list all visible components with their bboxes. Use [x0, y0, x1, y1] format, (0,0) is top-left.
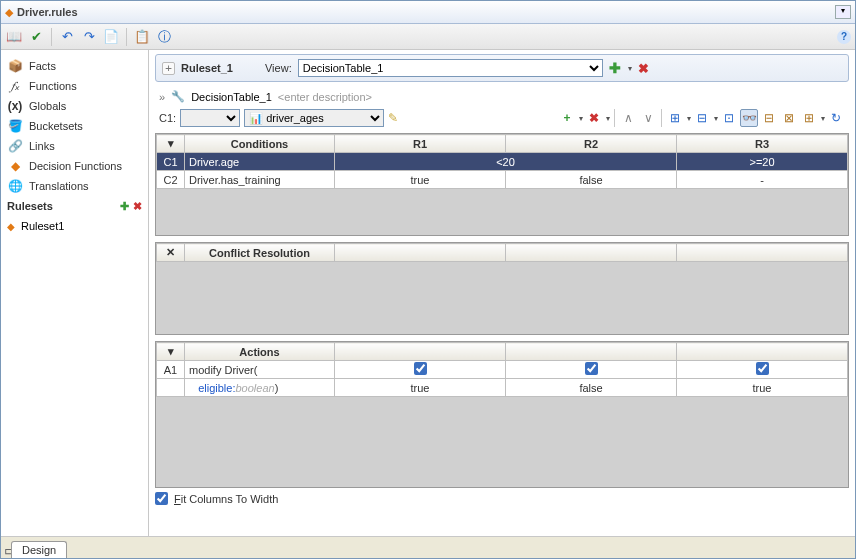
bucketsets-icon: 🪣 [7, 118, 23, 134]
condition-row-c1[interactable]: C1 Driver.age <20 >=20 [157, 153, 848, 171]
add-view-button[interactable]: ✚ [609, 60, 621, 76]
cond-name[interactable]: Driver.has_training [185, 171, 335, 189]
action-param-row[interactable]: eligible:boolean) true false true [157, 379, 848, 397]
col-r2[interactable]: R2 [506, 135, 677, 153]
cond-val[interactable]: >=20 [677, 153, 848, 171]
top-toolbar: 📖 ✔ ↶ ↷ 📄 📋 ⓘ ? [1, 24, 855, 50]
conflict-button[interactable]: ⊠ [780, 109, 798, 127]
add-ruleset-button[interactable]: ✚ [120, 200, 129, 213]
delete-ruleset-button[interactable]: ✖ [133, 200, 142, 213]
menu-header[interactable]: ▾ [157, 135, 185, 153]
param-cell[interactable]: eligible:boolean) [185, 379, 335, 397]
param-val[interactable]: true [677, 379, 848, 397]
expand-button[interactable]: + [162, 62, 175, 75]
view-select[interactable]: DecisionTable_1 [298, 59, 603, 77]
tab-gutter: ⊏ [3, 545, 11, 558]
overlap-button[interactable]: ⊟ [693, 109, 711, 127]
ruleset-bar: + Ruleset_1 View: DecisionTable_1 ✚▾ ✖ [155, 54, 849, 82]
conditions-header: Conditions [185, 135, 335, 153]
fit-columns-checkbox[interactable] [155, 492, 168, 505]
ruleset-item[interactable]: ◆ Ruleset1 [1, 216, 148, 236]
ruleset-icon: ◆ [7, 221, 15, 232]
actions-table: ▾ Actions A1 modify Driver( [155, 341, 849, 488]
glasses-icon[interactable]: 👓 [740, 109, 758, 127]
wrench-icon[interactable]: 🔧 [171, 90, 185, 103]
col-r1[interactable]: R1 [335, 135, 506, 153]
nav-item-links[interactable]: 🔗 Links [1, 136, 148, 156]
conflict-table: ✕ Conflict Resolution [155, 242, 849, 335]
action-check-r3[interactable] [677, 361, 848, 379]
cond-val[interactable]: true [335, 171, 506, 189]
main-area: + Ruleset_1 View: DecisionTable_1 ✚▾ ✖ »… [149, 50, 855, 536]
dt-toolbar: +▾ ✖▾ ∧ ∨ ⊞▾ ⊟▾ ⊡ 👓 ⊟ ⊠ ⊞▾ ↻ [558, 109, 845, 127]
nav-item-bucketsets[interactable]: 🪣 Bucketsets [1, 116, 148, 136]
edit-icon[interactable]: ✎ [388, 111, 398, 125]
cond-name[interactable]: Driver.age [185, 153, 335, 171]
nav-item-decision-functions[interactable]: ◆ Decision Functions [1, 156, 148, 176]
minimize-button[interactable]: ▾ [835, 5, 851, 19]
links-icon: 🔗 [7, 138, 23, 154]
c1-label: C1: [159, 112, 176, 124]
design-tab[interactable]: Design [11, 541, 67, 558]
dictionary-icon[interactable]: 📖 [5, 28, 23, 46]
info-icon[interactable]: ⓘ [155, 28, 173, 46]
conflict-header-row: ✕ Conflict Resolution [157, 244, 848, 262]
bucketset-select[interactable]: 📊 driver_ages [244, 109, 384, 127]
delete-button[interactable]: ✖ [585, 109, 603, 127]
move-up-button[interactable]: ∧ [619, 109, 637, 127]
collapse-button[interactable]: » [159, 91, 165, 103]
dt-header: » 🔧 DecisionTable_1 <enter description> [155, 88, 849, 105]
nav-item-globals[interactable]: (x) Globals [1, 96, 148, 116]
nav-item-functions[interactable]: 𝑓ₓ Functions [1, 76, 148, 96]
cond-id: C2 [157, 171, 185, 189]
actions-header-row: ▾ Actions [157, 343, 848, 361]
validate-list-icon[interactable]: 📋 [133, 28, 151, 46]
help-icon[interactable]: ? [837, 30, 851, 44]
table-header-row: ▾ Conditions R1 R2 R3 [157, 135, 848, 153]
col-r3[interactable]: R3 [677, 135, 848, 153]
cond-val[interactable]: - [677, 171, 848, 189]
actions-header: Actions [185, 343, 335, 361]
redo-icon[interactable]: ↷ [80, 28, 98, 46]
ruleset-label: Ruleset1 [21, 220, 64, 232]
menu-header[interactable]: ▾ [157, 343, 185, 361]
param-val[interactable]: true [335, 379, 506, 397]
functions-icon: 𝑓ₓ [7, 78, 23, 94]
condition-select[interactable] [180, 109, 240, 127]
nav-item-translations[interactable]: 🌐 Translations [1, 176, 148, 196]
cond-val[interactable]: false [506, 171, 677, 189]
action-check-r1[interactable] [335, 361, 506, 379]
rulesets-header: Rulesets ✚ ✖ [1, 196, 148, 216]
conflict-header: Conflict Resolution [185, 244, 335, 262]
nav-label: Globals [29, 100, 66, 112]
action-row-a1[interactable]: A1 modify Driver( [157, 361, 848, 379]
window-title: Driver.rules [17, 6, 78, 18]
filter-row: C1: 📊 driver_ages ✎ +▾ ✖▾ ∧ ∨ ⊞▾ ⊟▾ ⊡ 👓 … [155, 107, 849, 129]
nav-label: Facts [29, 60, 56, 72]
fit-row: Fit Columns To Width [155, 492, 849, 505]
nav-label: Links [29, 140, 55, 152]
action-name[interactable]: modify Driver( [185, 361, 335, 379]
dt-name: DecisionTable_1 [191, 91, 272, 103]
action-check-r2[interactable] [506, 361, 677, 379]
dt-description[interactable]: <enter description> [278, 91, 372, 103]
import-icon[interactable]: 📄 [102, 28, 120, 46]
validate-icon[interactable]: ✔ [27, 28, 45, 46]
add-button[interactable]: + [558, 109, 576, 127]
undo-icon[interactable]: ↶ [58, 28, 76, 46]
conflict-close[interactable]: ✕ [157, 244, 185, 262]
ruleset-name: Ruleset_1 [181, 62, 233, 74]
cond-id: C1 [157, 153, 185, 171]
condition-row-c2[interactable]: C2 Driver.has_training true false - [157, 171, 848, 189]
more-button[interactable]: ⊞ [800, 109, 818, 127]
split-button[interactable]: ⊡ [720, 109, 738, 127]
fit-columns-label: Fit Columns To Width [174, 493, 278, 505]
cond-val-merged[interactable]: <20 [335, 153, 677, 171]
param-val[interactable]: false [506, 379, 677, 397]
refresh-button[interactable]: ↻ [827, 109, 845, 127]
move-down-button[interactable]: ∨ [639, 109, 657, 127]
delete-view-button[interactable]: ✖ [638, 61, 649, 76]
merge-button[interactable]: ⊟ [760, 109, 778, 127]
gap-button[interactable]: ⊞ [666, 109, 684, 127]
nav-item-facts[interactable]: 📦 Facts [1, 56, 148, 76]
